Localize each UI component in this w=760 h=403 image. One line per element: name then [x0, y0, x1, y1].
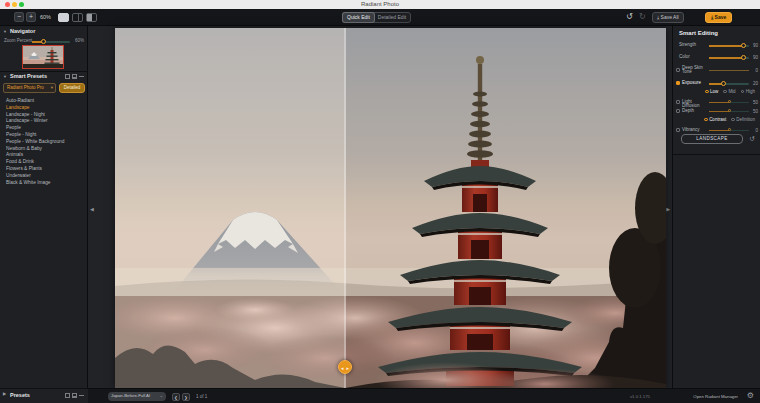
- presets-panel-header[interactable]: ▶ Presets: [0, 388, 88, 403]
- light-diffusion-slider[interactable]: [709, 102, 749, 103]
- image-canvas: ◀ ▶: [88, 26, 672, 388]
- radio-label: Definition: [736, 117, 755, 122]
- exposure-checkbox[interactable]: [676, 81, 680, 85]
- side-by-side-view-icon[interactable]: [86, 13, 97, 22]
- preset-item-landscape[interactable]: Landscape: [0, 105, 88, 112]
- vibrancy-slider[interactable]: [709, 130, 749, 131]
- previous-image-button[interactable]: ❮: [172, 393, 180, 401]
- smart-preset-list: Auto-Radiant Landscape Landscape - Night…: [0, 98, 88, 186]
- before-after-split-handle[interactable]: ◂ ▸: [338, 360, 352, 374]
- navigator-panel-header[interactable]: ▼ Navigator: [0, 27, 88, 37]
- collapse-right-panel-icon[interactable]: ▶: [666, 206, 670, 212]
- light-diffusion-checkbox[interactable]: [676, 100, 680, 104]
- slider-knob[interactable]: [728, 100, 731, 103]
- strength-label: Strength: [679, 43, 705, 48]
- save-button[interactable]: ⤓ Save: [705, 12, 732, 23]
- edit-mode-tabs: Quick Edit Detailed Edit: [342, 12, 411, 23]
- grid-view-icon[interactable]: [65, 74, 70, 79]
- preset-pack-dropdown[interactable]: Radiant Photo Pro ▾: [3, 83, 56, 93]
- grid-view-icon[interactable]: [65, 393, 70, 398]
- slider-knob[interactable]: [741, 43, 746, 48]
- reset-icon[interactable]: ↺: [750, 135, 755, 143]
- zoom-percent-value: 60%: [75, 38, 84, 43]
- save-all-label: Save All: [661, 14, 679, 20]
- strength-slider[interactable]: [709, 45, 749, 47]
- collapse-left-panel-icon[interactable]: ◀: [90, 206, 94, 212]
- exposure-mode-low[interactable]: Low: [705, 88, 718, 95]
- open-radiant-manager-link[interactable]: Open Radiant Manager: [693, 394, 738, 399]
- smart-presets-panel-header[interactable]: ▼ Smart Presets: [0, 72, 88, 82]
- vibrancy-checkbox[interactable]: [676, 128, 680, 132]
- zoom-percent-label: Zoom Percent: [4, 38, 32, 43]
- single-view-icon[interactable]: [58, 13, 69, 22]
- slider-knob[interactable]: [728, 128, 731, 131]
- zoom-percent-slider[interactable]: [32, 41, 70, 43]
- exposure-slider[interactable]: [709, 83, 749, 85]
- next-image-button[interactable]: ❯: [182, 393, 190, 401]
- deep-skin-tone-value: 0: [755, 68, 758, 73]
- preset-item-landscape-night[interactable]: Landscape - Night: [0, 112, 88, 119]
- exposure-mode-high[interactable]: High: [741, 88, 755, 95]
- preset-item-underwater[interactable]: Underwater: [0, 173, 88, 180]
- main-toolbar: − + 60% Quick Edit Detailed Edit ↺ ↻ ⤓ S…: [0, 9, 760, 26]
- color-label: Color: [679, 55, 705, 60]
- slider-knob[interactable]: [41, 39, 46, 44]
- zoom-in-button[interactable]: +: [26, 12, 36, 22]
- photo-preview[interactable]: ◂ ▸: [115, 28, 666, 388]
- preset-item-people-white-bg[interactable]: People - White Background: [0, 139, 88, 146]
- file-selector-dropdown[interactable]: Japan-Before-Full AI⌄: [108, 392, 166, 401]
- save-label: Save: [715, 14, 727, 20]
- preset-pack-value: Radiant Photo Pro: [7, 85, 44, 90]
- depth-checkbox[interactable]: [676, 109, 680, 113]
- radiant-photo-app: Radiant Photo − + 60% Quick Edit Detaile…: [0, 0, 760, 403]
- save-all-button[interactable]: ⤓ Save All: [652, 12, 684, 23]
- preset-item-flowers-plants[interactable]: Flowers & Plants: [0, 166, 88, 173]
- split-view-icon[interactable]: [72, 13, 83, 22]
- depth-mode-radios: Contrast Definition: [673, 116, 760, 123]
- list-view-icon[interactable]: [72, 393, 77, 398]
- file-selector-value: Japan-Before-Full AI: [111, 393, 150, 398]
- chevron-down-icon: ⌄: [159, 392, 163, 400]
- navigator-title: Navigator: [10, 28, 35, 34]
- exposure-mode-mid[interactable]: Mid: [723, 88, 735, 95]
- exposure-label: Exposure: [682, 81, 708, 86]
- depth-slider[interactable]: [709, 111, 749, 112]
- radio-icon: [705, 90, 709, 94]
- gear-icon[interactable]: ⚙: [747, 391, 754, 400]
- slider-row-depth: Depth 50: [673, 107, 760, 116]
- list-view-icon[interactable]: [72, 74, 77, 79]
- depth-mode-contrast[interactable]: Contrast: [704, 116, 726, 123]
- zoom-out-button[interactable]: −: [14, 12, 24, 22]
- detailed-presets-button[interactable]: Detailed: [59, 83, 85, 93]
- window-title: Radiant Photo: [0, 1, 760, 7]
- undo-icon[interactable]: ↺: [626, 12, 633, 22]
- window-titlebar: Radiant Photo: [0, 0, 760, 9]
- deep-skin-tone-checkbox[interactable]: [676, 68, 680, 72]
- panel-menu-icon[interactable]: [79, 395, 84, 396]
- preset-item-animals[interactable]: Animals: [0, 152, 88, 159]
- panel-menu-icon[interactable]: [79, 76, 84, 77]
- slider-knob[interactable]: [728, 109, 731, 112]
- color-slider[interactable]: [709, 57, 749, 59]
- slider-knob[interactable]: [741, 55, 746, 60]
- preset-item-landscape-winter[interactable]: Landscape - Winter: [0, 118, 88, 125]
- depth-mode-definition[interactable]: Definition: [731, 116, 755, 123]
- tab-detailed-edit[interactable]: Detailed Edit: [374, 13, 410, 22]
- navigator-thumbnail[interactable]: [22, 45, 64, 69]
- preset-item-food-drink[interactable]: Food & Drink: [0, 159, 88, 166]
- radio-icon: [723, 90, 727, 94]
- depth-value: 50: [753, 109, 758, 114]
- preset-item-people-night[interactable]: People - Night: [0, 132, 88, 139]
- preset-item-auto-radiant[interactable]: Auto-Radiant: [0, 98, 88, 105]
- smart-presets-title: Smart Presets: [10, 73, 47, 79]
- slider-knob[interactable]: [721, 81, 726, 86]
- landscape-apply-button[interactable]: LANDSCAPE: [681, 134, 743, 144]
- preset-item-newborn-baby[interactable]: Newborn & Baby: [0, 146, 88, 153]
- slider-row-light-diffusion: Light Diffusion 50: [673, 98, 760, 107]
- redo-icon[interactable]: ↻: [639, 12, 646, 22]
- preset-item-people[interactable]: People: [0, 125, 88, 132]
- vibrancy-label: Vibrancy: [682, 128, 708, 133]
- preset-item-black-white[interactable]: Black & White Image: [0, 180, 88, 187]
- deep-skin-tone-slider[interactable]: [709, 70, 749, 71]
- tab-quick-edit[interactable]: Quick Edit: [343, 13, 374, 22]
